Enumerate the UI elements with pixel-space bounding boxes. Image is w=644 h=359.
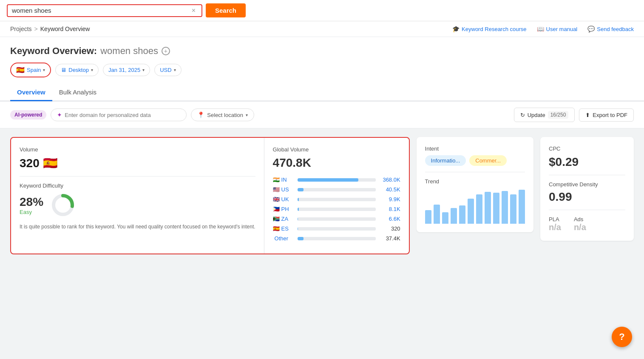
date-chevron-icon: ▾ [142, 68, 145, 72]
page-title-prefix: Keyword Overview: [10, 46, 97, 57]
refresh-icon: ↻ [520, 112, 525, 118]
device-chevron-icon: ▾ [91, 68, 93, 72]
course-label: Keyword Research course [462, 26, 526, 32]
page-title: Keyword Overview: women shoes + [10, 46, 634, 57]
global-volume-card: Global Volume 470.8K 🇮🇳IN 368.0K 🇺🇸US 40… [264, 138, 409, 254]
gv-bar [298, 208, 299, 211]
clear-icon[interactable]: × [192, 7, 196, 14]
gv-bar-wrap [298, 188, 376, 191]
trend-bar [459, 205, 465, 224]
domain-input[interactable] [65, 112, 180, 118]
gv-num: 8.1K [379, 206, 400, 212]
cpc-label: CPC [549, 145, 625, 152]
pla-label: PLA [549, 216, 561, 222]
tabs: Overview Bulk Analysis [0, 84, 644, 101]
trend-bar [451, 208, 457, 224]
trend-bar [425, 210, 431, 224]
gv-country-row: 🇪🇸ES 320 [273, 225, 400, 232]
course-icon: 🎓 [452, 26, 460, 32]
main-content-header: Keyword Overview: women shoes + 🇪🇸 Spain… [0, 37, 644, 102]
filter-row: 🇪🇸 Spain ▾ 🖥 Desktop ▾ Jan 31, 2025 ▾ US… [10, 63, 634, 77]
location-label: Spain [27, 67, 41, 73]
volume-kd-card: Volume 320 🇪🇸 Keyword Difficulty 28% Eas… [11, 138, 264, 254]
gv-country-row: 🇿🇦ZA 6.6K [273, 216, 400, 222]
trend-bar [434, 205, 440, 224]
trend-bar [502, 191, 508, 224]
toolbar: AI-powered ✦ 📍 Select location ▾ ↻ Updat… [0, 102, 644, 128]
gv-country-row: 🇵🇭PH 8.1K [273, 206, 400, 212]
export-button[interactable]: ⬆ Export to PDF [579, 108, 634, 122]
select-location-button[interactable]: 📍 Select location ▾ [191, 108, 254, 121]
export-icon: ⬆ [585, 112, 590, 118]
search-button[interactable]: Search [206, 3, 246, 17]
cd-label: Competitive Density [549, 181, 625, 188]
feedback-icon: 💬 [587, 26, 595, 32]
ai-powered-badge: AI-powered [10, 110, 46, 120]
gv-country-label: Other [273, 235, 294, 242]
sparkle-icon: ✦ [57, 111, 62, 118]
feedback-label: Send feedback [597, 26, 634, 32]
device-icon: 🖥 [61, 67, 66, 73]
breadcrumb-separator: > [34, 26, 38, 32]
location-filter[interactable]: 🇪🇸 Spain ▾ [10, 63, 51, 77]
manual-icon: 📖 [537, 26, 544, 32]
trend-bar [468, 199, 474, 224]
domain-input-wrap[interactable]: ✦ [51, 108, 187, 121]
device-filter[interactable]: 🖥 Desktop ▾ [55, 64, 99, 76]
date-filter[interactable]: Jan 31, 2025 ▾ [103, 64, 150, 76]
gv-country-label: 🇪🇸ES [273, 225, 294, 232]
gv-num: 37.4K [379, 235, 400, 242]
intent-badge-commercial: Commer... [469, 155, 507, 166]
breadcrumb-parent[interactable]: Projects [10, 26, 32, 32]
trend-bar [519, 190, 525, 224]
gv-num: 320 [379, 225, 400, 232]
cpc-card: CPC $0.29 Competitive Density 0.99 PLA n… [540, 137, 634, 241]
add-keyword-icon[interactable]: + [162, 47, 170, 55]
gv-bar [298, 227, 298, 231]
search-bar: × Search [0, 0, 644, 21]
currency-label: USD [160, 67, 171, 73]
kd-label: Keyword Difficulty [20, 182, 255, 189]
send-feedback-link[interactable]: 💬 Send feedback [587, 26, 634, 32]
gv-bar-wrap [298, 208, 376, 211]
export-label: Export to PDF [593, 112, 627, 118]
search-input-wrap[interactable]: × [7, 4, 202, 17]
trend-bar [510, 194, 516, 224]
gv-bar [298, 198, 299, 201]
search-input[interactable] [12, 7, 192, 14]
user-manual-link[interactable]: 📖 User manual [537, 26, 578, 32]
gv-label: Global Volume [273, 146, 400, 153]
tab-bulk-analysis[interactable]: Bulk Analysis [52, 84, 103, 101]
gv-country-row: Other 37.4K [273, 235, 400, 242]
kd-donut-chart [50, 192, 76, 218]
gv-country-label: 🇬🇧UK [273, 196, 294, 202]
location-dropdown-icon: ▾ [246, 113, 248, 117]
gv-bar-wrap [298, 178, 376, 182]
cpc-value: $0.29 [549, 155, 625, 169]
update-button[interactable]: ↻ Update 16/250 [514, 108, 575, 122]
pla-value: n/a [549, 222, 561, 232]
trend-label: Trend [425, 178, 525, 185]
pla-ads-row: PLA n/a Ads n/a [549, 216, 625, 232]
gv-country-label: 🇵🇭PH [273, 206, 294, 212]
kd-description: It is quite possible to rank for this ke… [20, 223, 255, 231]
currency-filter[interactable]: USD ▾ [154, 64, 181, 76]
date-label: Jan 31, 2025 [108, 67, 140, 73]
ads-value: n/a [574, 222, 586, 232]
trend-bar [493, 193, 499, 224]
location-chevron-icon: ▾ [43, 68, 45, 72]
pla-item: PLA n/a [549, 216, 561, 232]
gv-country-row: 🇺🇸US 40.5K [273, 186, 400, 193]
top-nav: Projects > Keyword Overview 🎓 Keyword Re… [0, 21, 644, 37]
update-count-badge: 16/250 [548, 111, 569, 119]
gv-bar [298, 217, 298, 221]
volume-label: Volume [20, 146, 255, 153]
location-btn-label: Select location [207, 112, 243, 118]
kd-value: 28% [20, 195, 43, 209]
gv-bar [298, 237, 304, 240]
currency-chevron-icon: ▾ [174, 68, 176, 72]
tab-overview[interactable]: Overview [10, 84, 52, 101]
highlighted-cards: Volume 320 🇪🇸 Keyword Difficulty 28% Eas… [10, 137, 410, 254]
intent-label: Intent [425, 145, 525, 152]
keyword-course-link[interactable]: 🎓 Keyword Research course [452, 26, 526, 32]
